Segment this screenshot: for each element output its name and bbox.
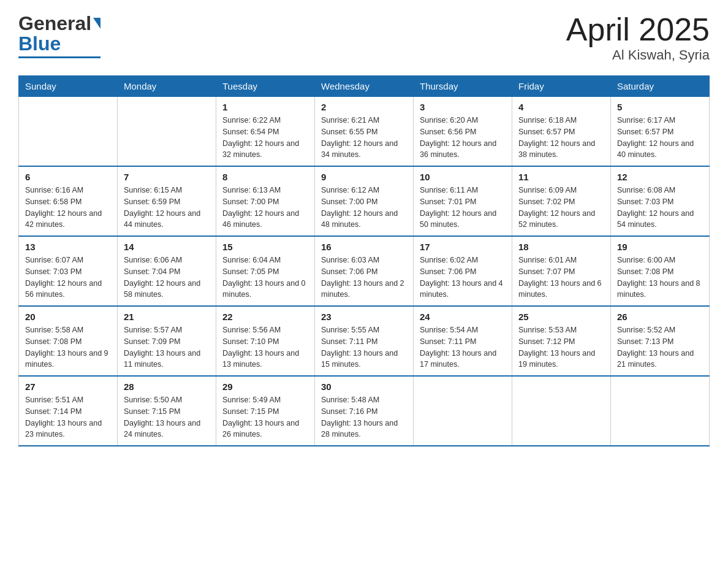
day-number: 30 [321, 381, 407, 392]
day-info: Sunrise: 6:02 AMSunset: 7:06 PMDaylight:… [420, 255, 506, 301]
day-number: 15 [222, 242, 308, 252]
calendar-cell: 22Sunrise: 5:56 AMSunset: 7:10 PMDayligh… [216, 306, 315, 376]
day-info: Sunrise: 6:15 AMSunset: 6:59 PMDaylight:… [124, 185, 210, 231]
day-number: 14 [124, 242, 210, 252]
day-number: 11 [518, 172, 604, 182]
day-info: Sunrise: 5:49 AMSunset: 7:15 PMDaylight:… [222, 394, 308, 440]
calendar-week-3: 13Sunrise: 6:07 AMSunset: 7:03 PMDayligh… [19, 236, 710, 306]
calendar-cell: 23Sunrise: 5:55 AMSunset: 7:11 PMDayligh… [315, 306, 414, 376]
calendar-week-5: 27Sunrise: 5:51 AMSunset: 7:14 PMDayligh… [19, 376, 710, 446]
day-info: Sunrise: 6:21 AMSunset: 6:55 PMDaylight:… [321, 115, 407, 161]
calendar-cell: 4Sunrise: 6:18 AMSunset: 6:57 PMDaylight… [512, 97, 611, 167]
calendar-cell: 30Sunrise: 5:48 AMSunset: 7:16 PMDayligh… [315, 376, 414, 446]
logo-blue: Blue [18, 33, 61, 55]
calendar-cell: 7Sunrise: 6:15 AMSunset: 6:59 PMDaylight… [118, 166, 216, 236]
calendar-cell: 14Sunrise: 6:06 AMSunset: 7:04 PMDayligh… [118, 236, 216, 306]
day-info: Sunrise: 5:58 AMSunset: 7:08 PMDaylight:… [25, 324, 111, 370]
calendar-cell [118, 97, 216, 167]
day-number: 25 [518, 312, 604, 322]
calendar-body: 1Sunrise: 6:22 AMSunset: 6:54 PMDaylight… [19, 97, 710, 446]
calendar-cell: 29Sunrise: 5:49 AMSunset: 7:15 PMDayligh… [216, 376, 315, 446]
calendar-cell: 6Sunrise: 6:16 AMSunset: 6:58 PMDaylight… [19, 166, 118, 236]
day-number: 29 [222, 381, 308, 392]
weekday-header-thursday: Thursday [414, 76, 512, 97]
calendar-cell: 24Sunrise: 5:54 AMSunset: 7:11 PMDayligh… [414, 306, 512, 376]
day-info: Sunrise: 6:03 AMSunset: 7:06 PMDaylight:… [321, 255, 407, 301]
day-info: Sunrise: 6:12 AMSunset: 7:00 PMDaylight:… [321, 185, 407, 231]
weekday-header-monday: Monday [118, 76, 216, 97]
day-info: Sunrise: 5:57 AMSunset: 7:09 PMDaylight:… [124, 324, 210, 370]
weekday-header-row: SundayMondayTuesdayWednesdayThursdayFrid… [19, 76, 710, 97]
day-info: Sunrise: 5:54 AMSunset: 7:11 PMDaylight:… [420, 324, 506, 370]
day-number: 6 [25, 172, 111, 182]
day-number: 13 [25, 242, 111, 252]
day-number: 17 [420, 242, 506, 252]
weekday-header-friday: Friday [512, 76, 611, 97]
calendar-cell: 10Sunrise: 6:11 AMSunset: 7:01 PMDayligh… [414, 166, 512, 236]
calendar-cell: 3Sunrise: 6:20 AMSunset: 6:56 PMDaylight… [414, 97, 512, 167]
day-info: Sunrise: 6:16 AMSunset: 6:58 PMDaylight:… [25, 185, 111, 231]
logo-triangle-icon [93, 18, 100, 29]
calendar-week-2: 6Sunrise: 6:16 AMSunset: 6:58 PMDaylight… [19, 166, 710, 236]
day-info: Sunrise: 6:07 AMSunset: 7:03 PMDaylight:… [25, 255, 111, 301]
calendar-cell [512, 376, 611, 446]
day-info: Sunrise: 6:08 AMSunset: 7:03 PMDaylight:… [617, 185, 703, 231]
calendar-cell: 5Sunrise: 6:17 AMSunset: 6:57 PMDaylight… [611, 97, 710, 167]
day-info: Sunrise: 6:20 AMSunset: 6:56 PMDaylight:… [420, 115, 506, 161]
calendar-cell [611, 376, 710, 446]
page-header: General Blue April 2025 Al Kiswah, Syria [18, 12, 710, 63]
day-info: Sunrise: 5:50 AMSunset: 7:15 PMDaylight:… [124, 394, 210, 440]
day-number: 16 [321, 242, 407, 252]
day-number: 22 [222, 312, 308, 322]
weekday-header-saturday: Saturday [611, 76, 710, 97]
calendar-cell: 11Sunrise: 6:09 AMSunset: 7:02 PMDayligh… [512, 166, 611, 236]
page-subtitle: Al Kiswah, Syria [566, 47, 710, 63]
day-number: 26 [617, 312, 703, 322]
day-number: 8 [222, 172, 308, 182]
calendar-week-1: 1Sunrise: 6:22 AMSunset: 6:54 PMDaylight… [19, 97, 710, 167]
day-info: Sunrise: 6:18 AMSunset: 6:57 PMDaylight:… [518, 115, 604, 161]
weekday-header-wednesday: Wednesday [315, 76, 414, 97]
calendar-cell: 17Sunrise: 6:02 AMSunset: 7:06 PMDayligh… [414, 236, 512, 306]
calendar-cell: 2Sunrise: 6:21 AMSunset: 6:55 PMDaylight… [315, 97, 414, 167]
calendar-cell: 12Sunrise: 6:08 AMSunset: 7:03 PMDayligh… [611, 166, 710, 236]
page-title: April 2025 [566, 12, 710, 47]
day-number: 10 [420, 172, 506, 182]
calendar-cell: 15Sunrise: 6:04 AMSunset: 7:05 PMDayligh… [216, 236, 315, 306]
day-number: 20 [25, 312, 111, 322]
day-info: Sunrise: 5:51 AMSunset: 7:14 PMDaylight:… [25, 394, 111, 440]
calendar-cell: 20Sunrise: 5:58 AMSunset: 7:08 PMDayligh… [19, 306, 118, 376]
calendar-cell: 16Sunrise: 6:03 AMSunset: 7:06 PMDayligh… [315, 236, 414, 306]
day-info: Sunrise: 6:13 AMSunset: 7:00 PMDaylight:… [222, 185, 308, 231]
day-number: 9 [321, 172, 407, 182]
calendar-cell: 9Sunrise: 6:12 AMSunset: 7:00 PMDaylight… [315, 166, 414, 236]
day-info: Sunrise: 6:04 AMSunset: 7:05 PMDaylight:… [222, 255, 308, 301]
calendar-cell: 21Sunrise: 5:57 AMSunset: 7:09 PMDayligh… [118, 306, 216, 376]
day-number: 21 [124, 312, 210, 322]
calendar-cell: 26Sunrise: 5:52 AMSunset: 7:13 PMDayligh… [611, 306, 710, 376]
day-info: Sunrise: 6:01 AMSunset: 7:07 PMDaylight:… [518, 255, 604, 301]
calendar-cell: 19Sunrise: 6:00 AMSunset: 7:08 PMDayligh… [611, 236, 710, 306]
day-number: 12 [617, 172, 703, 182]
day-info: Sunrise: 6:00 AMSunset: 7:08 PMDaylight:… [617, 255, 703, 301]
calendar-cell: 8Sunrise: 6:13 AMSunset: 7:00 PMDaylight… [216, 166, 315, 236]
logo-general: General [18, 12, 91, 35]
day-info: Sunrise: 6:09 AMSunset: 7:02 PMDaylight:… [518, 185, 604, 231]
calendar-cell: 25Sunrise: 5:53 AMSunset: 7:12 PMDayligh… [512, 306, 611, 376]
logo: General Blue [18, 12, 100, 58]
day-info: Sunrise: 6:11 AMSunset: 7:01 PMDaylight:… [420, 185, 506, 231]
day-info: Sunrise: 6:22 AMSunset: 6:54 PMDaylight:… [222, 115, 308, 161]
day-number: 4 [518, 102, 604, 112]
calendar-cell [19, 97, 118, 167]
day-info: Sunrise: 6:17 AMSunset: 6:57 PMDaylight:… [617, 115, 703, 161]
day-info: Sunrise: 5:53 AMSunset: 7:12 PMDaylight:… [518, 324, 604, 370]
day-number: 18 [518, 242, 604, 252]
day-number: 27 [25, 381, 111, 392]
day-info: Sunrise: 5:55 AMSunset: 7:11 PMDaylight:… [321, 324, 407, 370]
day-number: 23 [321, 312, 407, 322]
calendar-table: SundayMondayTuesdayWednesdayThursdayFrid… [18, 75, 710, 446]
calendar-cell [414, 376, 512, 446]
day-number: 3 [420, 102, 506, 112]
weekday-header-tuesday: Tuesday [216, 76, 315, 97]
calendar-cell: 1Sunrise: 6:22 AMSunset: 6:54 PMDaylight… [216, 97, 315, 167]
